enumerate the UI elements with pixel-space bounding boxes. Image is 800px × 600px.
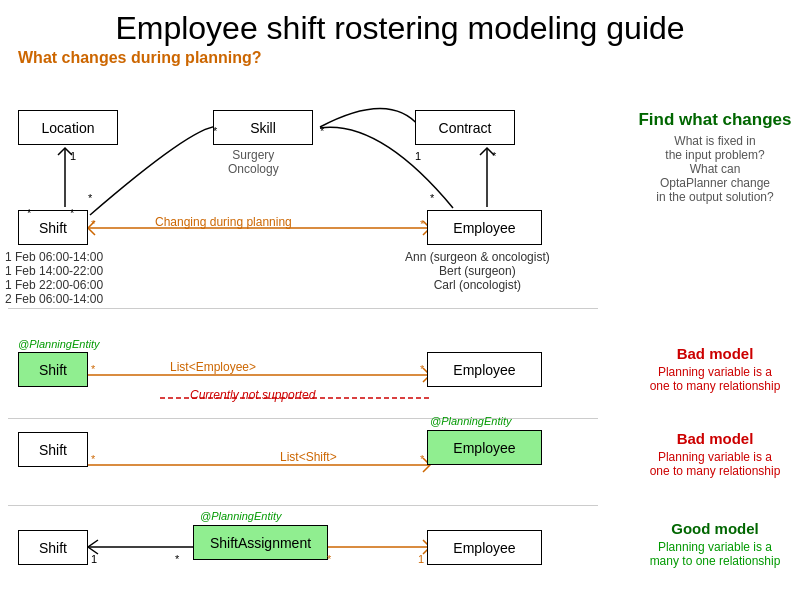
mult-bad1-star-r: *: [420, 363, 424, 375]
employee-top-box: Employee: [427, 210, 542, 245]
contract-box: Contract: [415, 110, 515, 145]
mult-good-sa-star2: *: [327, 553, 331, 565]
mult-skill-star-r: *: [213, 125, 217, 137]
location-box: Location: [18, 110, 118, 145]
employee-bad2-box: Employee: [427, 430, 542, 465]
right-panel-3: Bad model Planning variable is a one to …: [635, 430, 795, 478]
mult-emp-star2: *: [430, 192, 434, 204]
mult-contract-1: 1: [415, 150, 421, 162]
separator-3: [8, 505, 598, 506]
mult-good-emp-1: 1: [418, 553, 424, 565]
shiftassignment-good-box: ShiftAssignment: [193, 525, 328, 560]
employee-good-box: Employee: [427, 530, 542, 565]
mult-bad2-star-r: *: [420, 453, 424, 465]
mult-bad1-star-l: *: [91, 363, 95, 375]
shift-bad2-box: Shift: [18, 432, 88, 467]
skill-box: Skill: [213, 110, 313, 145]
skill-values: Surgery Oncology: [228, 148, 279, 176]
right-panel-1: Find what changes What is fixed in the i…: [635, 110, 795, 204]
shift-good-box: Shift: [18, 530, 88, 565]
planning-entity-bad2: @PlanningEntity: [430, 415, 512, 427]
right-panel-4: Good model Planning variable is a many t…: [635, 520, 795, 568]
shift-values: 1 Feb 06:00-14:00 1 Feb 14:00-22:00 1 Fe…: [5, 250, 103, 306]
mult-good-sa-star: *: [175, 553, 179, 565]
mult-emp-skill-star: *: [320, 125, 324, 137]
mult-good-shift-1: 1: [91, 553, 97, 565]
mult-emp-star1: *: [492, 150, 496, 162]
changing-label: Changing during planning: [155, 215, 292, 229]
planning-entity-good: @PlanningEntity: [200, 510, 282, 522]
mult-changing-star-l: *: [91, 218, 95, 230]
not-supported-label: Currently not supported: [190, 388, 315, 402]
mult-shift-star1: *: [27, 207, 31, 219]
separator-1: [8, 308, 598, 309]
mult-changing-star-r: *: [420, 218, 424, 230]
mult-skill-star-l: *: [88, 192, 92, 204]
mult-bad2-star-l: *: [91, 453, 95, 465]
page-title: Employee shift rostering modeling guide: [0, 0, 800, 47]
subtitle: What changes during planning?: [18, 49, 800, 67]
mult-loc-star: *: [70, 207, 74, 219]
diagram-arrows: [0, 0, 800, 600]
right-panel-2: Bad model Planning variable is a one to …: [635, 345, 795, 393]
employee-bad1-box: Employee: [427, 352, 542, 387]
list-shift-label: List<Shift>: [280, 450, 337, 464]
mult-loc-1: 1: [70, 150, 76, 162]
list-employee-label: List<Employee>: [170, 360, 256, 374]
employee-values: Ann (surgeon & oncologist) Bert (surgeon…: [405, 250, 550, 292]
planning-entity-bad1: @PlanningEntity: [18, 338, 100, 350]
shift-bad1-box: Shift: [18, 352, 88, 387]
